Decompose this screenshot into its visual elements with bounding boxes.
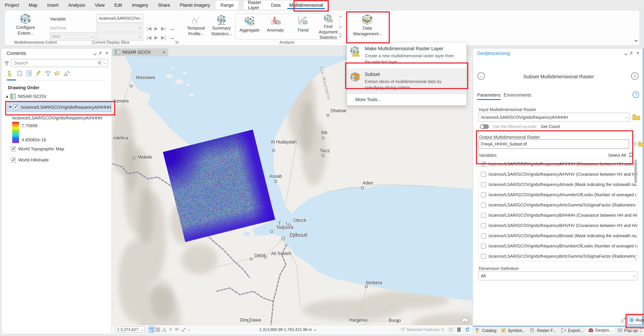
- menu-imagery[interactable]: Imagery: [127, 3, 153, 8]
- input-raster-dropdown[interactable]: /science/LSAR/GCOV/grids/frequencyA/HHHH: [478, 113, 630, 122]
- search-options-icon[interactable]: [104, 62, 106, 64]
- select-all-link[interactable]: Select All: [608, 153, 626, 158]
- edit-vertices-icon[interactable]: [180, 326, 187, 333]
- aggregate-button[interactable]: Aggregate: [238, 16, 261, 33]
- menu-project[interactable]: Project: [0, 3, 24, 8]
- menu-item-more-tools[interactable]: More Tools...: [347, 94, 466, 105]
- charts-view-icon[interactable]: [63, 70, 70, 77]
- map-view-tab[interactable]: NISAR GCOV ×: [112, 48, 168, 56]
- snapping-icon[interactable]: [168, 326, 174, 333]
- tab-multidimensional[interactable]: Multidimensional: [285, 1, 327, 10]
- tab-parameters[interactable]: Parameters: [477, 93, 500, 100]
- variable-row[interactable]: /science/LSAR/GCOV/grids/frequencyA/numb…: [479, 190, 637, 200]
- stdz-value-dropdown[interactable]: [96, 32, 143, 41]
- configure-extent-button[interactable]: Configure Extent: [10, 14, 40, 36]
- float-panel-icon[interactable]: [621, 317, 626, 323]
- variable-checkbox[interactable]: [481, 254, 486, 259]
- dock-tab-raster-functions[interactable]: fx Raster F...: [528, 327, 558, 334]
- dock-tab-export[interactable]: Export...: [558, 327, 586, 334]
- variable-checkbox[interactable]: [481, 244, 486, 249]
- step-next-icon[interactable]: ▶: [154, 26, 158, 31]
- find-argument-statistics-button[interactable]: ARG Find Argument Statistics: [316, 14, 341, 40]
- variable-row[interactable]: /science/LSAR/GCOV/grids/frequencyB/HHHH…: [479, 210, 637, 220]
- variable-row[interactable]: /science/LSAR/GCOV/grids/frequencyA/mask…: [479, 180, 637, 190]
- collapse-ribbon-icon[interactable]: [635, 39, 637, 42]
- measure-icon[interactable]: [161, 326, 168, 333]
- anomaly-button[interactable]: Anomaly: [264, 16, 287, 33]
- variable-row[interactable]: /science/LSAR/GCOV/grids/frequencyA/HVHV…: [479, 169, 637, 180]
- browse-folder-icon[interactable]: [632, 114, 640, 120]
- menu-planet-imagery[interactable]: Planet Imagery: [175, 3, 215, 8]
- tab-environments[interactable]: Environments: [504, 93, 531, 98]
- help-icon[interactable]: ?: [632, 91, 639, 98]
- add-to-model-icon[interactable]: +: [631, 72, 638, 80]
- menu-item-subset[interactable]: Subset Extract slices of multidimensiona…: [347, 68, 466, 94]
- layer-checkbox[interactable]: [11, 146, 16, 151]
- variable-checkbox[interactable]: [481, 233, 486, 238]
- close-icon[interactable]: ×: [636, 50, 640, 56]
- scrollbar-thumb[interactable]: [634, 159, 637, 183]
- panel-menu-icon[interactable]: [625, 53, 627, 56]
- more-tools-icon[interactable]: [187, 328, 190, 331]
- step-first-icon[interactable]: |◀: [146, 35, 152, 40]
- dialog-launcher-icon[interactable]: [176, 40, 179, 44]
- labeling-view-icon[interactable]: [54, 70, 60, 77]
- dock-tab-symbology[interactable]: Symbol...: [499, 327, 528, 334]
- variable-checkbox[interactable]: [481, 192, 486, 197]
- search-icon[interactable]: [98, 61, 102, 65]
- layer-checkbox[interactable]: [11, 157, 16, 163]
- menu-share[interactable]: Share: [153, 3, 175, 8]
- map-scale-dropdown[interactable]: 1:3,374,627: [115, 326, 145, 333]
- snapping-view-icon[interactable]: [44, 70, 51, 77]
- menu-edit[interactable]: Edit: [110, 3, 127, 8]
- filtered-records-toggle[interactable]: [480, 124, 489, 129]
- dock-tab-popup[interactable]: Pop-up: [615, 327, 640, 334]
- menu-view[interactable]: View: [90, 3, 110, 8]
- reset-icon[interactable]: [628, 152, 634, 157]
- variable-row[interactable]: /science/LSAR/GCOV/grids/frequencyB/HVHV…: [479, 220, 637, 231]
- dock-tab-catalog[interactable]: Catalog: [473, 327, 499, 334]
- variable-row[interactable]: /science/LSAR/GCOV/grids/frequencyB/rtcG…: [479, 251, 637, 261]
- explore-tool-icon[interactable]: [148, 326, 155, 333]
- dimension-definition-dropdown[interactable]: All: [478, 271, 638, 280]
- menu-insert[interactable]: Insert: [42, 3, 64, 8]
- variable-checkbox[interactable]: [481, 172, 486, 177]
- variable-checkbox[interactable]: [481, 162, 486, 167]
- apply-step-icon[interactable]: →: [169, 34, 175, 41]
- variable-dropdown[interactable]: /science/LSAR/GCOV/g: [96, 14, 143, 23]
- grid-icon[interactable]: [155, 326, 161, 333]
- step-first-icon[interactable]: |◀: [146, 26, 152, 31]
- refresh-icon[interactable]: [465, 327, 470, 332]
- run-button[interactable]: Run: [628, 315, 643, 325]
- summary-statistics-button[interactable]: Summary Statistics: [208, 15, 235, 37]
- variable-row[interactable]: /science/LSAR/GCOV/grids/frequencyB/mask…: [479, 231, 637, 241]
- menu-analysis[interactable]: Analysis: [64, 3, 90, 8]
- recalculate-icon[interactable]: [632, 141, 638, 147]
- variable-checkbox[interactable]: [481, 203, 486, 208]
- selection-view-icon[interactable]: [26, 70, 32, 77]
- layer-row[interactable]: World Topographic Map: [11, 146, 64, 151]
- data-management-button[interactable]: Data Management: [350, 14, 384, 37]
- map-coordinates[interactable]: 1,313,860.99 1,763,421.98 m: [259, 327, 316, 332]
- editing-view-icon[interactable]: [35, 70, 42, 77]
- close-icon[interactable]: ×: [105, 50, 108, 56]
- variable-checkbox[interactable]: [481, 182, 486, 187]
- get-count-link[interactable]: Get Count: [541, 124, 560, 129]
- data-source-view-icon[interactable]: [16, 70, 23, 77]
- gallery-scroll-up[interactable]: [340, 16, 342, 19]
- selection-filter-icon[interactable]: [448, 327, 453, 332]
- output-raster-input[interactable]: FreqA_HHHH_Subset.tif: [478, 139, 629, 149]
- stdz-dimension-dropdown[interactable]: StdZ: [50, 32, 96, 41]
- scroll-down-icon[interactable]: [635, 257, 636, 260]
- map-overview-icon[interactable]: [462, 318, 468, 323]
- filter-icon[interactable]: [4, 61, 9, 66]
- variables-list[interactable]: /science/LSAR/GCOV/grids/frequencyA/HHHH…: [478, 159, 638, 262]
- browse-folder-icon[interactable]: [638, 141, 644, 147]
- menu-map[interactable]: Map: [24, 3, 42, 8]
- layer-group-row[interactable]: NISAR GCOV: [5, 94, 46, 99]
- stdtime-dropdown[interactable]: [96, 23, 143, 32]
- apply-step-icon[interactable]: →: [169, 25, 175, 32]
- contents-search-input[interactable]: Search: [11, 59, 108, 67]
- tab-raster-layer[interactable]: Raster Layer: [244, 1, 267, 10]
- gallery-expand[interactable]: [340, 34, 342, 38]
